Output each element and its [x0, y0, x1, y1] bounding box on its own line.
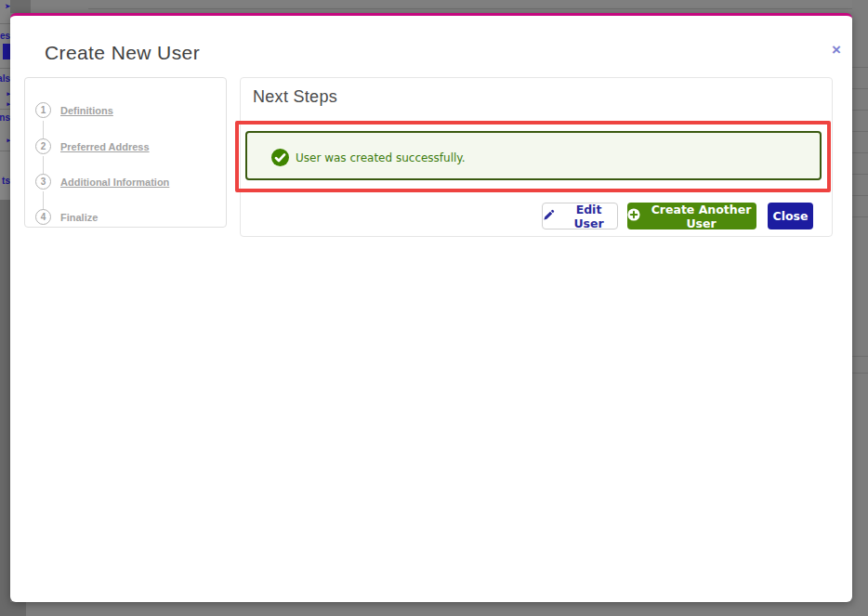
panel-title: Next Steps	[253, 87, 337, 107]
sidebar-fragment: ns	[0, 112, 10, 123]
plus-circle-icon	[627, 208, 640, 224]
step-label[interactable]: Additional Information	[60, 177, 169, 188]
create-new-user-modal: Create New User × 1 Definitions 2 Prefer…	[10, 13, 852, 602]
check-circle-icon	[271, 149, 289, 166]
close-button[interactable]: Close	[768, 203, 813, 229]
background-bottom-strip	[0, 602, 868, 616]
background-sidebar-strip: ➤ es als ▸ ▸ ns ▸ ts	[0, 0, 10, 616]
wizard-step-finalize: 4 Finalize	[25, 209, 226, 226]
background-line	[88, 8, 862, 9]
step-number-badge: 1	[35, 102, 51, 118]
close-icon[interactable]: ×	[826, 40, 847, 60]
sidebar-fragment: es	[0, 31, 10, 41]
wizard-step-additional-information[interactable]: 3 Additional Information	[25, 174, 226, 190]
step-connector-line	[43, 156, 44, 175]
step-number-badge: 3	[35, 174, 51, 190]
background-block	[10, 0, 31, 13]
divider	[0, 23, 10, 24]
wizard-step-preferred-address[interactable]: 2 Preferred Address	[25, 138, 226, 155]
divider	[0, 109, 10, 110]
sidebar-fragment: ts	[2, 176, 10, 186]
button-label: Close	[773, 209, 809, 223]
table-row-divider	[852, 356, 868, 374]
success-message: User was created successfully.	[296, 151, 466, 164]
step-number-badge: 4	[35, 209, 51, 225]
step-label[interactable]: Definitions	[60, 105, 113, 116]
step-label[interactable]: Preferred Address	[60, 141, 150, 152]
sidebar-fragment: als	[0, 73, 10, 84]
edit-user-button[interactable]: Edit User	[542, 203, 618, 229]
divider	[0, 68, 10, 69]
step-connector-line	[43, 121, 44, 139]
step-number-badge: 2	[35, 138, 51, 154]
modal-title: Create New User	[45, 42, 200, 64]
background-top-strip	[10, 0, 868, 13]
success-alert: User was created successfully.	[245, 131, 822, 180]
next-steps-panel: Next Steps User was created successfully…	[240, 77, 833, 237]
button-label: Create Another User	[646, 203, 756, 230]
wizard-step-definitions[interactable]: 1 Definitions	[25, 102, 226, 119]
table-row-dividers	[852, 46, 868, 226]
background-dark-area	[0, 200, 10, 616]
background-table-strip	[852, 0, 868, 616]
create-another-user-button[interactable]: Create Another User	[627, 203, 756, 229]
page: { "modal": { "title": "Create New User",…	[0, 0, 868, 616]
sidebar-selected-block	[3, 44, 10, 59]
button-label: Edit User	[560, 203, 617, 230]
pencil-icon	[543, 209, 555, 224]
background-block	[0, 602, 26, 616]
wizard-steps-card: 1 Definitions 2 Preferred Address 3 Addi…	[24, 77, 227, 228]
step-label: Finalize	[60, 212, 98, 223]
step-connector-line	[43, 191, 44, 210]
divider	[0, 151, 10, 151]
